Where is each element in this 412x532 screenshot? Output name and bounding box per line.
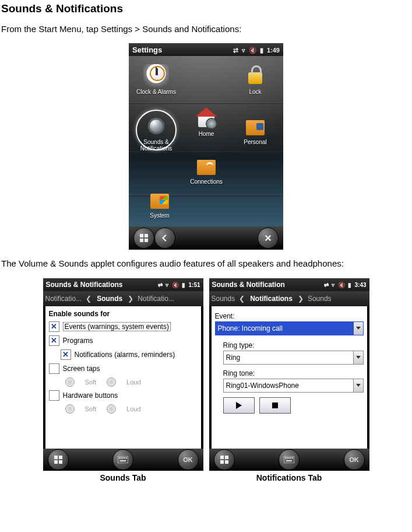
svg-rect-17: [220, 460, 224, 464]
settings-item-clock-alarms[interactable]: Clock & Alarms: [133, 64, 179, 95]
tab-left[interactable]: Sounds: [209, 295, 238, 303]
svg-rect-22: [288, 457, 290, 459]
svg-rect-23: [290, 457, 291, 459]
section-header: Enable sounds for: [49, 310, 198, 318]
option-programs[interactable]: Programs: [49, 335, 198, 346]
status-bar: Sounds & Notification ⇄ ▿ 🔇 ▮ 3:43: [209, 278, 369, 291]
svg-rect-2: [140, 239, 143, 242]
ok-button[interactable]: OK: [344, 449, 365, 470]
svg-rect-5: [59, 456, 62, 459]
highlight-ring: [136, 110, 177, 150]
settings-item-connections[interactable]: Connections: [184, 154, 229, 185]
event-label: Event:: [215, 312, 364, 320]
label-home: Home: [184, 131, 229, 137]
home-icon: [193, 106, 219, 130]
close-button[interactable]: [258, 228, 279, 249]
checkbox-icon[interactable]: [49, 321, 59, 332]
radio-loud[interactable]: [107, 404, 116, 414]
svg-rect-10: [121, 457, 122, 459]
keyboard-button[interactable]: [279, 449, 300, 470]
checkbox-icon[interactable]: [49, 335, 59, 346]
settings-item-home[interactable]: Home: [184, 106, 229, 137]
dropdown-icon[interactable]: [353, 322, 363, 335]
chevron-right-icon[interactable]: ❯: [126, 295, 135, 303]
clock-icon: [143, 64, 169, 88]
status-clock: 1:49: [267, 47, 280, 54]
option-label: Programs: [63, 337, 93, 345]
svg-rect-18: [225, 460, 228, 464]
start-button[interactable]: [133, 228, 154, 249]
radio-label: Soft: [85, 405, 97, 412]
soft-key-bar: [129, 226, 283, 250]
stop-button[interactable]: [259, 397, 291, 414]
data-icon: ⇄: [158, 282, 163, 288]
intro-paragraph: From the Start Menu, tap Settings > Soun…: [1, 23, 411, 35]
svg-rect-0: [140, 234, 143, 237]
caption-notifications-tab: Notifications Tab: [209, 473, 369, 482]
status-icons: ⇄ ▿ 🔇 ▮ 3:43: [323, 281, 366, 289]
option-notifications[interactable]: Notifications (alarms, reminders): [49, 349, 198, 360]
label-personal: Personal: [233, 139, 278, 145]
dropdown-icon[interactable]: [353, 379, 363, 392]
status-bar: Sounds & Notifications ⇄ ▿ 🔇 ▮ 1:51: [43, 278, 203, 291]
settings-item-lock[interactable]: Lock: [233, 64, 278, 95]
dropdown-icon[interactable]: [353, 351, 363, 364]
settings-screenshot: Settings ⇄ ▿ 🔇 ▮ 1:49 Clock & Alarms: [129, 43, 283, 250]
radio-soft[interactable]: [65, 404, 75, 414]
connections-folder-icon: [193, 154, 219, 177]
status-title: Settings: [132, 46, 162, 54]
ok-button[interactable]: OK: [178, 449, 199, 470]
battery-icon: ▮: [182, 282, 185, 288]
signal-icon: ▿: [165, 282, 168, 288]
start-button[interactable]: [48, 449, 69, 470]
label-lock: Lock: [233, 89, 278, 95]
checkbox-icon[interactable]: [49, 390, 59, 401]
tab-right[interactable]: Sounds: [305, 295, 334, 303]
tab-left[interactable]: Notificatio...: [43, 295, 84, 303]
status-title: Sounds & Notifications: [46, 281, 123, 289]
option-screen-taps[interactable]: Screen taps: [49, 363, 198, 374]
svg-rect-15: [220, 456, 224, 459]
radio-soft[interactable]: [65, 377, 75, 387]
settings-item-system[interactable]: System: [137, 188, 182, 219]
tab-right[interactable]: Notificatio...: [135, 295, 177, 303]
option-label: Notifications (alarms, reminders): [75, 351, 175, 359]
label-connections: Connections: [184, 178, 229, 185]
lock-icon: [242, 64, 268, 88]
settings-item-personal[interactable]: Personal: [233, 114, 278, 145]
svg-rect-21: [287, 457, 288, 459]
radio-loud[interactable]: [107, 377, 116, 387]
sounds-tab-body: Enable sounds for Events (warnings, syst…: [45, 306, 201, 449]
play-button[interactable]: [223, 397, 255, 414]
notifications-tab-body: Event: Phone: Incoming call Ring type: R…: [212, 306, 367, 449]
page-heading: Sounds & Notifications: [1, 2, 411, 15]
svg-rect-19: [284, 456, 294, 463]
keyboard-button[interactable]: [112, 449, 133, 470]
combo-value: Ring: [226, 354, 241, 362]
svg-rect-16: [225, 456, 228, 459]
svg-rect-12: [124, 457, 125, 459]
ring-tone-combo[interactable]: Ring01-WindowsPhone: [223, 379, 364, 393]
chevron-left-icon[interactable]: ❮: [84, 295, 93, 303]
mute-icon: 🔇: [172, 282, 179, 288]
battery-icon: ▮: [348, 282, 351, 288]
svg-rect-13: [126, 457, 127, 459]
chevron-left-icon[interactable]: ❮: [237, 295, 247, 303]
svg-rect-8: [118, 456, 128, 463]
start-button[interactable]: [214, 449, 235, 470]
option-hardware-buttons[interactable]: Hardware buttons: [49, 390, 198, 401]
option-events[interactable]: Events (warnings, system events): [49, 321, 198, 332]
event-combo[interactable]: Phone: Incoming call: [215, 321, 364, 335]
caption-sounds-tab: Sounds Tab: [43, 473, 203, 482]
svg-rect-3: [145, 239, 148, 242]
radio-label: Loud: [126, 405, 140, 412]
chevron-right-icon[interactable]: ❯: [296, 295, 305, 303]
ring-type-label: Ring type:: [223, 341, 364, 349]
status-icons: ⇄ ▿ 🔇 ▮ 1:51: [157, 281, 200, 289]
option-label: Events (warnings, system events): [63, 322, 171, 331]
signal-icon: ▿: [332, 282, 334, 288]
back-button[interactable]: [154, 228, 175, 249]
checkbox-icon[interactable]: [61, 349, 71, 360]
checkbox-icon[interactable]: [49, 363, 59, 374]
ring-type-combo[interactable]: Ring: [223, 351, 364, 365]
